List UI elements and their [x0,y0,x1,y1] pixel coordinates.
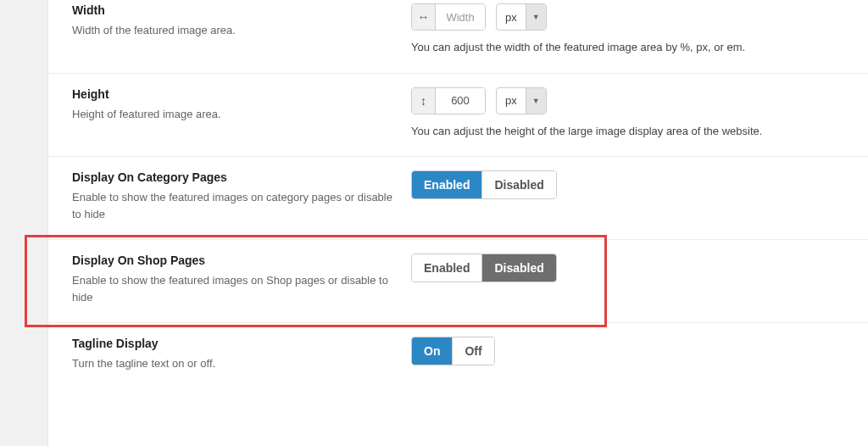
height-input[interactable] [436,88,485,114]
width-unit-value: px [497,11,526,24]
tagline-toggle: On Off [411,337,495,365]
tagline-desc: Turn the tagline text on or off. [72,355,394,372]
width-help: You can adjust the width of the featured… [411,39,844,56]
height-desc: Height of featured image area. [72,106,394,123]
setting-row-shop: Display On Shop Pages Enable to show the… [48,239,868,322]
arrows-horizontal-icon: ↔ [412,4,436,30]
category-desc: Enable to show the featured images on ca… [72,189,394,222]
width-input-group: ↔ [411,3,486,31]
chevron-down-icon: ▼ [526,4,546,30]
category-toggle: Enabled Disabled [411,170,557,199]
category-title: Display On Category Pages [72,170,394,184]
height-help: You can adjust the height of the large i… [411,123,844,140]
height-unit-value: px [497,94,526,107]
setting-row-category: Display On Category Pages Enable to show… [48,156,868,239]
setting-row-width: Width Width of the featured image area. … [48,0,868,73]
chevron-down-icon: ▼ [526,88,546,114]
category-disabled-button[interactable]: Disabled [481,171,555,198]
width-desc: Width of the featured image area. [72,22,394,39]
category-enabled-button[interactable]: Enabled [412,171,481,198]
height-title: Height [72,87,394,101]
shop-desc: Enable to show the featured images on Sh… [72,272,394,305]
width-unit-select[interactable]: px ▼ [496,3,547,31]
shop-enabled-button[interactable]: Enabled [412,254,481,282]
shop-title: Display On Shop Pages [72,254,394,267]
height-input-group: ↕ [411,87,486,114]
shop-toggle: Enabled Disabled [411,254,557,282]
width-input[interactable] [436,4,485,30]
tagline-on-button[interactable]: On [412,337,452,365]
setting-row-height: Height Height of featured image area. ↕ … [48,73,868,157]
height-unit-select[interactable]: px ▼ [496,87,547,114]
tagline-off-button[interactable]: Off [452,337,493,365]
shop-disabled-button[interactable]: Disabled [481,254,555,282]
setting-row-tagline: Tagline Display Turn the tagline text on… [48,322,868,389]
tagline-title: Tagline Display [72,337,394,350]
arrows-vertical-icon: ↕ [412,88,436,114]
width-title: Width [72,3,394,17]
